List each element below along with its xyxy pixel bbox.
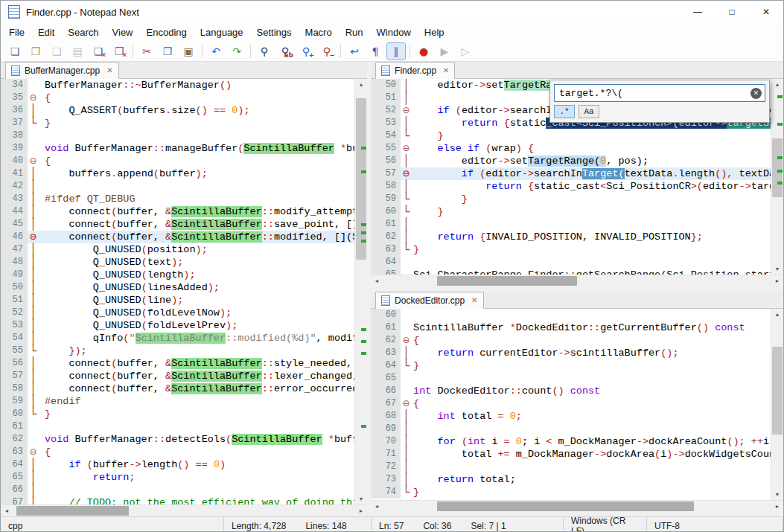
cut-button[interactable]: ✂ xyxy=(137,42,156,60)
line-number[interactable]: 52 xyxy=(371,104,401,117)
code-line[interactable]: 71│ total += m_DockManager->dockArea(i)-… xyxy=(371,448,771,461)
macro-save-button[interactable]: ▷ xyxy=(456,42,475,60)
scroll-down-icon[interactable]: ▼ xyxy=(355,493,367,504)
line-number[interactable]: 72 xyxy=(371,461,401,473)
line-number[interactable]: 65 xyxy=(371,372,401,385)
fold-marker[interactable]: ⊖ xyxy=(401,104,412,117)
line-number[interactable]: 53 xyxy=(1,319,28,332)
line-number[interactable]: 69 xyxy=(371,423,401,435)
line-number[interactable]: 56 xyxy=(371,155,401,167)
code-line[interactable]: 49│ Q_UNUSED(length); xyxy=(1,269,354,281)
line-number[interactable]: 63 xyxy=(371,347,401,359)
match-case-toggle-button[interactable]: Aa xyxy=(579,105,599,118)
code-line[interactable]: 43│#ifdef QT_DEBUG xyxy=(1,193,354,205)
code-line[interactable]: 58│ return {static_cast<Sci_PositionCR>(… xyxy=(371,180,771,193)
menu-view[interactable]: View xyxy=(106,25,140,40)
line-number[interactable]: 60 xyxy=(371,205,401,218)
line-number[interactable]: 43 xyxy=(1,193,28,205)
app-icon[interactable] xyxy=(8,5,20,19)
code-line[interactable]: 53│ Q_UNUSED(foldLevelPrev); xyxy=(1,319,354,332)
line-number[interactable]: 50 xyxy=(1,281,28,294)
code-line[interactable]: 65 xyxy=(371,372,771,385)
code-line[interactable]: 36│ Q_ASSERT(buffers.size() == 0); xyxy=(1,104,354,117)
code-line[interactable]: 55└ }); xyxy=(1,344,354,357)
line-number[interactable]: 61 xyxy=(1,420,28,433)
code-line[interactable]: 56│ connect(buffer, &ScintillaBuffer::st… xyxy=(1,357,354,370)
code-line[interactable]: 64│ if (buffer->length() == 0) xyxy=(1,458,354,471)
menu-encoding[interactable]: Encoding xyxy=(140,25,194,40)
scrollbar-thumb[interactable] xyxy=(16,506,130,516)
code-line[interactable]: 50│ Q_UNUSED(linesAdded); xyxy=(1,281,354,294)
scroll-up-icon[interactable]: ▲ xyxy=(771,79,783,90)
menu-language[interactable]: Language xyxy=(194,25,250,40)
line-number[interactable]: 60 xyxy=(371,309,401,321)
fold-marker[interactable]: ⊖ xyxy=(401,167,412,180)
scroll-right-icon[interactable]: ► xyxy=(771,501,783,512)
scrollbar-track[interactable] xyxy=(771,90,783,263)
fold-marker[interactable]: ⊖ xyxy=(28,446,39,458)
code-line[interactable]: 51│ Q_UNUSED(line); xyxy=(1,294,354,307)
close-button[interactable]: ✕ xyxy=(749,1,783,23)
open-file-button[interactable]: ❐ xyxy=(26,42,45,60)
paste-button[interactable]: ▣ xyxy=(179,42,198,60)
scroll-up-icon[interactable]: ▲ xyxy=(355,79,367,90)
menu-edit[interactable]: Edit xyxy=(31,25,61,40)
fold-marker[interactable]: ⊖ xyxy=(28,155,39,167)
word-wrap-button[interactable]: ↩ xyxy=(345,42,364,60)
scroll-left-icon[interactable]: ◄ xyxy=(1,505,13,516)
line-number[interactable]: 42 xyxy=(1,180,28,193)
line-number[interactable]: 62 xyxy=(371,231,401,243)
copy-button[interactable]: ❐ xyxy=(158,42,177,60)
line-number[interactable]: 74 xyxy=(371,486,401,499)
scrollbar-thumb[interactable] xyxy=(772,347,783,435)
scroll-up-icon[interactable]: ▲ xyxy=(771,309,783,320)
search-input[interactable] xyxy=(558,87,750,100)
code-line[interactable]: 40⊖{ xyxy=(1,155,354,167)
line-number[interactable]: 58 xyxy=(1,382,28,395)
code-line[interactable]: 60 xyxy=(371,309,771,321)
vertical-scrollbar[interactable]: ▲ ▼ xyxy=(771,79,783,275)
line-number[interactable]: 51 xyxy=(1,294,28,307)
code-line[interactable]: 39void BufferManager::manageBuffer(Scint… xyxy=(1,142,354,155)
code-line[interactable]: 65│ return; xyxy=(1,471,354,484)
editor-buffermanager[interactable]: 34BufferManager::~BufferManager()35⊖{36│… xyxy=(1,79,367,504)
vertical-scrollbar[interactable]: ▲ ▼ xyxy=(354,79,367,504)
menu-help[interactable]: Help xyxy=(418,25,451,40)
new-file-button[interactable]: ❏ xyxy=(5,42,25,60)
status-eol[interactable]: Windows (CR LF) xyxy=(571,516,639,532)
undo-button[interactable]: ↶ xyxy=(206,42,226,60)
menu-macro[interactable]: Macro xyxy=(299,25,339,40)
line-number[interactable]: 61 xyxy=(371,218,401,231)
line-number[interactable]: 54 xyxy=(371,129,401,142)
code-line[interactable]: 61│ xyxy=(371,218,771,231)
fold-marker[interactable]: ⊖ xyxy=(401,142,412,155)
menu-search[interactable]: Search xyxy=(61,25,105,40)
code-line[interactable]: 65Sci_CharacterRange Finder::getSearchRa… xyxy=(371,269,771,275)
code-line[interactable]: 48│ Q_UNUSED(text); xyxy=(1,256,354,269)
fold-marker[interactable]: ⊖ xyxy=(28,231,39,243)
line-number[interactable]: 64 xyxy=(371,256,401,269)
line-number[interactable]: 45 xyxy=(1,218,28,231)
scrollbar-thumb[interactable] xyxy=(437,501,693,511)
line-number[interactable]: 57 xyxy=(371,167,401,180)
fold-marker[interactable]: ⊖ xyxy=(28,92,39,104)
macro-play-button[interactable]: ▶ xyxy=(435,42,454,60)
scroll-left-icon[interactable]: ◄ xyxy=(371,501,383,512)
code-line[interactable]: 54│ qInfo("ScintillaBuffer::modified(%d)… xyxy=(1,332,354,344)
line-number[interactable]: 70 xyxy=(371,435,401,448)
menu-file[interactable]: File xyxy=(2,25,31,40)
code-line[interactable]: 35⊖{ xyxy=(1,92,354,104)
horizontal-scrollbar[interactable]: ◄ ► xyxy=(371,500,783,512)
code-line[interactable]: 67│ // TODO: not the most efficient way … xyxy=(1,496,354,504)
tab-close-icon[interactable]: ✕ xyxy=(471,296,477,304)
code-line[interactable]: 70│ for (int i = 0; i < m_DockManager->d… xyxy=(371,435,771,448)
code-line[interactable]: 56│ editor->setTargetRange(0, pos); xyxy=(371,155,771,167)
menu-run[interactable]: Run xyxy=(339,25,370,40)
code-line[interactable]: 62⊖{ xyxy=(371,334,771,347)
code-line[interactable]: 60└} xyxy=(1,408,354,420)
line-number[interactable]: 60 xyxy=(1,408,28,420)
line-number[interactable]: 50 xyxy=(371,79,401,92)
code-line[interactable]: 47│ Q_UNUSED(position); xyxy=(1,243,354,256)
macro-record-button[interactable]: ● xyxy=(414,42,433,60)
line-number[interactable]: 41 xyxy=(1,167,28,180)
